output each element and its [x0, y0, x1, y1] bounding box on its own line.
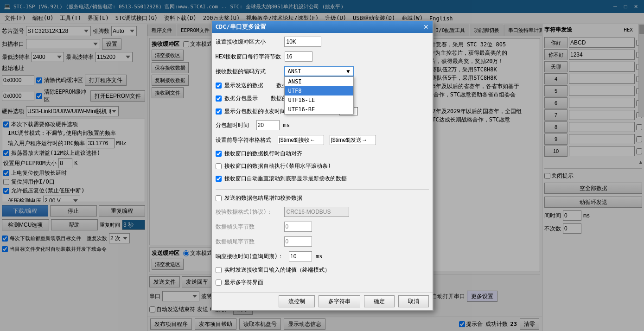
- auto-scroll-label: 接收窗口自动垂直滚动到底部显示最新接收的数据: [224, 175, 347, 183]
- realtime-label: 实时发送接收窗口输入的键值（终端模式）: [224, 266, 330, 274]
- dialog-content: 设置接收缓冲区大小 10K HEX接收窗口每行字符节数 接收数据的编码方式 AN…: [212, 33, 433, 292]
- tail-bytes-input[interactable]: [284, 236, 312, 247]
- header-bytes-label: 数据帧头字节数: [216, 223, 281, 231]
- cancel-button[interactable]: 取消: [398, 295, 429, 307]
- confirm-button[interactable]: 确定: [364, 295, 395, 307]
- auto-wrap-label: 接收窗口的数据换行时自动对齐: [224, 150, 302, 158]
- multichar-checkbox[interactable]: [216, 280, 222, 286]
- append-crc-checkbox[interactable]: [216, 195, 222, 201]
- append-crc-row: 发送的数据包结尾增加校验数据: [216, 194, 429, 202]
- timeout-row: 分包超时时间 ms: [216, 120, 429, 130]
- encoding-ansi[interactable]: ANSI: [285, 77, 353, 86]
- encoding-label: 接收数据的编码方式: [216, 68, 281, 76]
- encoding-dropdown: ANSI ▼ ANSI UTF8 UTF16-LE UTF16-BE: [284, 66, 354, 76]
- timeout-label: 分包超时时间: [216, 121, 253, 129]
- timeout-unit: ms: [283, 122, 290, 128]
- auto-exec-row: 接收窗口的数据自动执行(禁用水平滚动条): [216, 162, 429, 170]
- line-len-label: HEX接收窗口每行字符节数: [216, 53, 281, 61]
- buf-size-row: 设置接收缓冲区大小 10K: [216, 37, 429, 47]
- buf-size-label: 设置接收缓冲区大小: [216, 38, 281, 46]
- prefix-row: 设置前导字符串格格式: [216, 135, 429, 145]
- crc-format-select[interactable]: CRC16-MODBUS: [284, 207, 349, 217]
- header-bytes-row: 数据帧头字节数: [216, 222, 429, 232]
- timeout-input[interactable]: [256, 120, 280, 130]
- prefix-send-input[interactable]: [330, 135, 376, 145]
- append-crc-label: 发送的数据包结尾增加校验数据: [224, 194, 302, 202]
- prefix-label: 设置前导字符串格格式: [216, 136, 271, 144]
- chevron-down-icon: ▼: [346, 68, 350, 75]
- auto-scroll-checkbox[interactable]: [216, 176, 222, 182]
- show-packet-label: 数据分包显示: [224, 95, 258, 102]
- tail-bytes-row: 数据帧尾字节数: [216, 236, 429, 247]
- encoding-utf8[interactable]: UTF8: [285, 86, 353, 95]
- flow-control-button[interactable]: 流控制: [279, 295, 315, 307]
- auto-scroll-row: 接收窗口自动垂直滚动到底部显示最新接收的数据: [216, 175, 429, 183]
- show-time-checkbox[interactable]: [216, 108, 222, 115]
- encoding-dropdown-list: ANSI UTF8 UTF16-LE UTF16-BE: [284, 76, 354, 115]
- encoding-current: ANSI: [288, 68, 301, 75]
- response-unit: ms: [316, 253, 322, 260]
- show-send-checkbox[interactable]: [216, 83, 222, 89]
- response-label: 响应接收时间(查询周期)：: [216, 253, 283, 261]
- realtime-checkbox[interactable]: [216, 267, 222, 273]
- modal-overlay: CDC/串口更多设置 ✕ 设置接收缓冲区大小 10K HEX接收窗口每行字符节数…: [0, 0, 644, 331]
- show-time-label: 显示分包数据的收发时间: [224, 108, 286, 115]
- show-send-label: 显示发送的数据: [224, 82, 263, 89]
- auto-exec-checkbox[interactable]: [216, 163, 222, 169]
- encoding-utf16-le[interactable]: UTF16-LE: [285, 95, 353, 105]
- multichar-button[interactable]: 多字符串: [319, 295, 360, 307]
- prefix-recv-input[interactable]: [278, 135, 324, 145]
- cdc-dialog: CDC/串口更多设置 ✕ 设置接收缓冲区大小 10K HEX接收窗口每行字符节数…: [211, 20, 434, 311]
- dialog-title: CDC/串口更多设置: [216, 23, 266, 31]
- dialog-titlebar: CDC/串口更多设置 ✕: [212, 21, 433, 33]
- response-row: 响应接收时间(查询周期)： ms: [216, 251, 429, 261]
- line-len-row: HEX接收窗口每行字符节数: [216, 51, 429, 62]
- auto-exec-label: 接收窗口的数据自动执行(禁用水平滚动条): [224, 162, 331, 170]
- encoding-row: 接收数据的编码方式 ANSI ▼ ANSI UTF8 UTF16-LE UTF1…: [216, 66, 429, 76]
- buf-size-select[interactable]: 10K: [284, 37, 321, 47]
- dialog-buttons: 流控制 多字符串 确定 取消: [212, 292, 433, 310]
- tail-bytes-label: 数据帧尾字节数: [216, 238, 281, 246]
- line-len-input[interactable]: [285, 51, 312, 62]
- multichar-row: 显示多字符界面: [216, 279, 429, 286]
- multichar-label: 显示多字符界面: [224, 279, 263, 286]
- auto-wrap-checkbox[interactable]: [216, 151, 222, 157]
- response-input[interactable]: [289, 251, 312, 261]
- realtime-row: 实时发送接收窗口输入的键值（终端模式）: [216, 266, 429, 274]
- crc-format-row: 校验数据格式(协议)： CRC16-MODBUS: [216, 207, 429, 217]
- crc-format-label: 校验数据格式(协议)：: [216, 208, 281, 216]
- show-packet-checkbox[interactable]: [216, 95, 222, 102]
- header-bytes-input[interactable]: [284, 222, 312, 232]
- encoding-utf16-be[interactable]: UTF16-BE: [285, 105, 353, 114]
- dialog-close-button[interactable]: ✕: [423, 23, 429, 31]
- auto-wrap-row: 接收窗口的数据换行时自动对齐: [216, 150, 429, 158]
- encoding-select-button[interactable]: ANSI ▼: [284, 66, 354, 76]
